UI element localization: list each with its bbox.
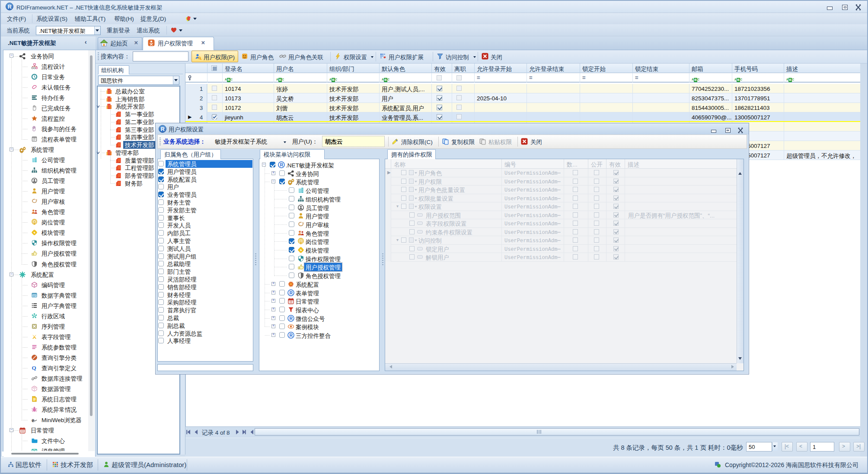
svg-text:e: e [32, 416, 34, 423]
svg-text:R: R [8, 4, 12, 10]
svg-text:Q: Q [32, 365, 36, 371]
svg-text:R: R [290, 333, 293, 338]
svg-text:R: R [290, 315, 293, 320]
svg-text:R: R [280, 162, 284, 167]
svg-text:R: R [290, 290, 293, 295]
svg-text:R: R [161, 126, 165, 132]
